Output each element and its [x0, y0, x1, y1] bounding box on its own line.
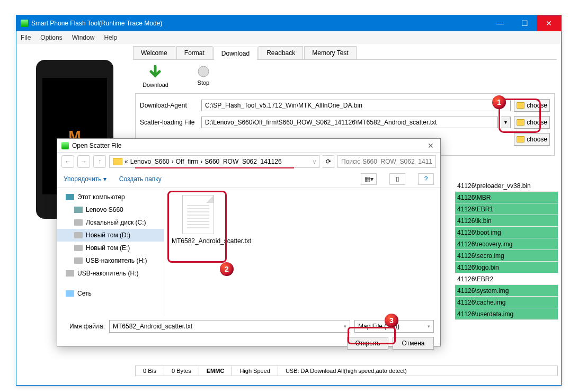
menu-window[interactable]: Window	[72, 34, 95, 41]
table-row[interactable]: 41126\cache.img	[455, 297, 558, 308]
file-list-pane[interactable]: MT6582_Android_scatter.txt	[164, 188, 440, 317]
nav-up-button[interactable]: ↑	[93, 155, 106, 168]
close-button[interactable]: ✕	[537, 15, 561, 31]
drive-icon	[74, 232, 83, 238]
annotation-underline	[135, 167, 294, 168]
menu-file[interactable]: File	[21, 34, 31, 41]
da-choose-button[interactable]: choose	[514, 99, 550, 112]
filename-input[interactable]: MT6582_Android_scatter.txt▾	[109, 320, 350, 333]
tree-computer[interactable]: Этот компьютер	[57, 191, 164, 203]
view-mode-button[interactable]: ▦▾	[361, 173, 377, 185]
menubar: File Options Window Help	[16, 31, 561, 44]
new-folder-button[interactable]: Создать папку	[119, 175, 162, 183]
status-size: 0 Bytes	[164, 366, 199, 376]
drive-icon	[74, 245, 83, 251]
stop-icon	[197, 65, 210, 78]
crumb-item[interactable]: Off_firm	[176, 158, 198, 165]
table-row[interactable]: 41126\boot.img	[455, 227, 558, 238]
network-icon	[66, 290, 74, 297]
tab-memory-test[interactable]: Memory Test	[304, 46, 356, 59]
titlebar: Smart Phone Flash Tool(Runtime Trace Mod…	[16, 15, 561, 31]
menu-options[interactable]: Options	[40, 34, 62, 41]
nav-forward-button[interactable]: →	[77, 155, 90, 168]
table-row[interactable]: 41126\recovery.img	[455, 238, 558, 250]
table-row[interactable]: 41126\MBR	[455, 192, 558, 203]
tree-drive-e[interactable]: Новый том (E:)	[57, 242, 164, 254]
status-emmc: EMMC	[199, 366, 233, 376]
folder-tree: Этот компьютер Lenovo S660 Локальный дис…	[57, 188, 164, 317]
app-icon	[21, 20, 28, 27]
table-row[interactable]: 41126\system.img	[455, 285, 558, 297]
folder-icon	[517, 136, 524, 142]
help-button[interactable]: ?	[418, 173, 434, 185]
tree-drive-d[interactable]: Новый том (D:)	[57, 229, 164, 242]
partition-table: 41126\preloader_vv38.bin 41126\MBR 41126…	[455, 180, 558, 320]
dialog-close-button[interactable]: ✕	[421, 141, 440, 150]
table-row[interactable]: 41126\EBR1	[455, 203, 558, 215]
crumb-item[interactable]: Lenovo_S660	[130, 158, 170, 165]
stop-button[interactable]: Stop	[197, 65, 210, 88]
drive-icon	[74, 257, 83, 264]
table-row[interactable]: 41126\userdata.img	[455, 308, 558, 320]
folder-icon	[517, 102, 524, 109]
computer-icon	[66, 194, 74, 200]
scatter-choose-button[interactable]: choose	[514, 116, 550, 129]
status-speed: 0 B/s	[136, 366, 164, 376]
svg-point-0	[198, 66, 209, 77]
status-mode: USB: DA Download All(high speed,auto det…	[278, 366, 557, 376]
status-bar: 0 B/s 0 Bytes EMMC High Speed USB: DA Do…	[135, 366, 558, 376]
table-row[interactable]: 41126\lk.bin	[455, 215, 558, 227]
tab-readback[interactable]: Readback	[259, 46, 303, 59]
scatter-label: Scatter-loading File	[140, 119, 198, 126]
dialog-title: Open Scatter File	[72, 142, 121, 149]
da-label: Download-Agent	[140, 102, 198, 109]
organize-menu[interactable]: Упорядочить ▾	[64, 175, 106, 183]
breadcrumb[interactable]: « Lenovo_S660 › Off_firm › S660_ROW_S062…	[109, 155, 319, 168]
table-row[interactable]: 41126\logo.bin	[455, 262, 558, 273]
drive-icon	[74, 219, 83, 226]
tab-welcome[interactable]: Welcome	[133, 46, 175, 59]
tree-drive-h2[interactable]: USB-накопитель (H:)	[57, 267, 164, 280]
device-icon	[74, 207, 83, 213]
text-file-icon	[182, 195, 214, 234]
window-title: Smart Phone Flash Tool(Runtime Trace Mod…	[31, 20, 162, 27]
annotation-badge-1: 1	[492, 95, 506, 109]
filename-label: Имя файла:	[64, 323, 105, 330]
preview-pane-button[interactable]: ▯	[389, 173, 405, 185]
menu-help[interactable]: Help	[104, 34, 117, 41]
open-button[interactable]: Открыть	[347, 337, 388, 350]
table-row[interactable]: 41126\preloader_vv38.bin	[455, 180, 558, 192]
tab-bar: Welcome Format Download Readback Memory …	[133, 46, 557, 60]
maximize-button[interactable]: ☐	[512, 15, 537, 31]
file-item-scatter[interactable]: MT6582_Android_scatter.txt	[172, 195, 225, 245]
scatter-input[interactable]	[201, 117, 498, 128]
tree-network[interactable]: Сеть	[57, 287, 164, 300]
scatter-dropdown[interactable]: ▼	[501, 117, 511, 128]
tree-drive-c[interactable]: Локальный диск (C:)	[57, 216, 164, 229]
table-row[interactable]: 41126\secro.img	[455, 250, 558, 262]
status-highspeed: High Speed	[232, 366, 278, 376]
cancel-button[interactable]: Отмена	[393, 337, 434, 350]
minimize-button[interactable]: —	[488, 15, 512, 31]
annotation-badge-2: 2	[220, 262, 234, 276]
tab-download[interactable]: Download	[214, 47, 257, 60]
dialog-icon	[61, 142, 69, 149]
crumb-item[interactable]: S660_ROW_S062_141126	[204, 158, 281, 165]
table-row[interactable]: 41126\EBR2	[455, 273, 558, 285]
download-button[interactable]: Download	[143, 65, 168, 88]
da-input[interactable]	[201, 100, 511, 111]
drive-icon	[66, 270, 74, 277]
folder-icon	[517, 119, 524, 126]
annotation-badge-3: 3	[385, 314, 398, 327]
nav-back-button[interactable]: ←	[61, 155, 74, 168]
tree-device[interactable]: Lenovo S660	[57, 203, 164, 216]
refresh-button[interactable]: ⟳	[323, 155, 334, 168]
tree-drive-h[interactable]: USB-накопитель (H:)	[57, 254, 164, 267]
auth-choose-button[interactable]: choose	[514, 133, 550, 146]
folder-icon	[113, 158, 122, 165]
download-arrow-icon	[148, 65, 163, 80]
open-file-dialog: Open Scatter File ✕ ← → ↑ « Lenovo_S660 …	[57, 138, 441, 346]
search-input[interactable]	[337, 155, 436, 168]
tab-format[interactable]: Format	[176, 46, 212, 59]
